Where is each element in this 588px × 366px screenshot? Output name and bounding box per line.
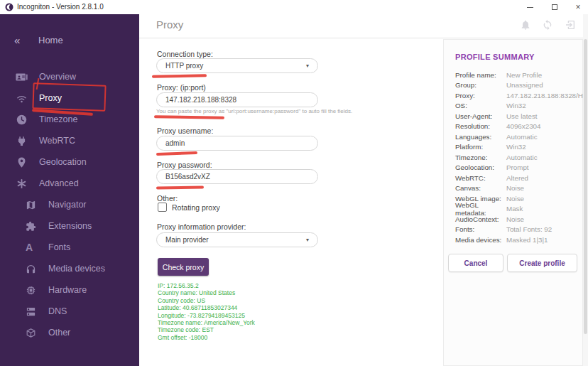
summary-row: WebGL metadata: Mask [455, 204, 576, 215]
sidebar-item-label: Proxy [39, 93, 62, 103]
summary-label: Geolocation: [455, 163, 506, 171]
summary-label: Profile name: [455, 71, 506, 79]
check-proxy-button[interactable]: Check proxy [158, 258, 209, 276]
sidebar-item-label: Fonts [48, 242, 70, 252]
summary-row: WebRTC: Altered [455, 173, 576, 183]
result-line: Timezone code: EST [158, 326, 255, 333]
sidebar-item-label: Other [48, 328, 70, 338]
vertical-scrollbar[interactable] [583, 14, 588, 366]
summary-value: Total Fonts: 92 [506, 225, 552, 233]
summary-row: Platform: Win32 [455, 142, 576, 153]
summary-value: Altered [506, 174, 528, 182]
clock-icon [16, 114, 30, 126]
refresh-icon[interactable] [542, 19, 553, 31]
sidebar-item-label: WebRTC [39, 136, 75, 146]
summary-label: Languages: [455, 133, 506, 141]
app-logo-icon [5, 3, 13, 11]
scrollbar-thumb[interactable] [584, 39, 587, 334]
annotation-username-underline [156, 151, 197, 156]
summary-value: Noise [506, 195, 524, 203]
cancel-button[interactable]: Cancel [448, 254, 503, 272]
rotating-proxy-checkbox[interactable] [158, 203, 167, 212]
sidebar-item-timezone[interactable]: Timezone [0, 109, 139, 130]
summary-value: Noise [506, 215, 524, 223]
connection-type-value: HTTP proxy [165, 62, 203, 70]
summary-row: OS: Win32 [455, 101, 576, 112]
summary-value: Prompt [506, 163, 529, 171]
result-line: Gmt offset: -18000 [158, 334, 255, 341]
summary-value: Win32 [506, 143, 526, 151]
close-button[interactable]: × [569, 0, 587, 14]
sidebar-item-dns[interactable]: DNS [0, 301, 139, 322]
summary-label: Canvas: [455, 184, 506, 192]
sidebar-item-other[interactable]: Other [0, 322, 139, 343]
summary-label: User-Agent: [455, 112, 506, 120]
connection-type-select[interactable]: HTTP proxy ▾ [156, 58, 318, 73]
proxy-ip-input[interactable] [156, 92, 318, 107]
titlebar: Incogniton - Version 2.8.1.0 × [0, 0, 588, 14]
summary-value: Masked 1|3|1 [506, 236, 548, 244]
window-title: Incogniton - Version 2.8.1.0 [17, 3, 104, 11]
proxy-username-input[interactable] [156, 136, 318, 151]
summary-label: WebRTC: [455, 174, 506, 182]
sidebar-item-media-devices[interactable]: Media devices [0, 258, 139, 279]
logout-icon[interactable] [565, 19, 576, 31]
maximize-button[interactable] [545, 0, 564, 14]
map-icon [26, 199, 38, 211]
annotation-helper-underline [154, 115, 224, 119]
sidebar-item-webrtc[interactable]: WebRTC [0, 130, 139, 151]
notifications-bell-icon[interactable] [520, 19, 531, 31]
summary-row: Fonts: Total Fonts: 92 [455, 225, 576, 235]
wifi-icon [16, 92, 30, 104]
summary-value: Noise [506, 184, 524, 192]
sidebar-item-label: Media devices [48, 264, 105, 274]
summary-row: Canvas: Noise [455, 183, 576, 194]
result-line: Country code: US [158, 297, 255, 304]
summary-value: Automatic [506, 133, 538, 141]
result-line: Timezone name: America/New_York [158, 319, 255, 326]
collapse-sidebar-icon[interactable]: « [14, 34, 30, 46]
proxy-ip-label: Proxy: (ip:port) [157, 83, 206, 92]
summary-value: 4096x2304 [506, 122, 541, 130]
summary-value: Automatic [506, 154, 538, 161]
id-card-icon [16, 71, 30, 83]
provider-select[interactable]: Main provider ▾ [156, 232, 318, 247]
summary-row: Timezone: Automatic [455, 152, 576, 163]
sidebar-item-geolocation[interactable]: Geolocation [0, 151, 139, 173]
page-title: Proxy [156, 18, 183, 31]
summary-label: Media devices: [455, 236, 506, 244]
sidebar-item-hardware[interactable]: Hardware [0, 279, 139, 301]
summary-label: Group: [455, 81, 506, 89]
result-line: IP: 172.56.35.2 [158, 282, 255, 289]
summary-label: OS: [455, 102, 506, 109]
headphones-icon [26, 263, 38, 275]
create-profile-button[interactable]: Create profile [507, 254, 577, 272]
provider-label: Proxy information provider: [157, 222, 246, 231]
summary-row: Resolution: 4096x2304 [455, 122, 576, 132]
letter-a-icon: A [26, 242, 38, 254]
summary-label: Fonts: [455, 225, 506, 233]
sidebar-item-label: Advanced [39, 178, 79, 188]
rotating-proxy-label: Rotating proxy [172, 203, 220, 212]
sidebar-item-proxy[interactable]: Proxy [0, 87, 139, 109]
chevron-down-icon: ▾ [306, 237, 309, 243]
asterisk-icon [16, 178, 30, 190]
summary-label: WebGL metadata: [455, 201, 506, 217]
sidebar-item-extensions[interactable]: Extensions [0, 215, 139, 237]
sidebar-item-home[interactable]: « Home [0, 31, 139, 48]
minimize-button[interactable] [521, 0, 539, 14]
annotation-password-underline [156, 185, 204, 189]
sidebar-item-navigator[interactable]: Navigator [0, 194, 139, 215]
cube-icon [26, 327, 38, 339]
sidebar-item-overview[interactable]: Overview [0, 66, 139, 87]
summary-value: Win32 [506, 102, 526, 109]
result-line: Longitude: -73.82794189453125 [158, 312, 255, 319]
summary-value: New Profile [506, 71, 542, 79]
proxy-password-input[interactable] [156, 169, 318, 184]
sidebar-item-label: Timezone [39, 114, 77, 124]
sidebar-item-fonts[interactable]: A Fonts [0, 237, 139, 258]
profile-summary-title: PROFILE SUMMARY [455, 53, 535, 61]
sidebar-item-advanced[interactable]: Advanced [0, 173, 139, 194]
sidebar-item-label: DNS [48, 306, 67, 316]
sidebar-item-label: Extensions [48, 221, 92, 231]
